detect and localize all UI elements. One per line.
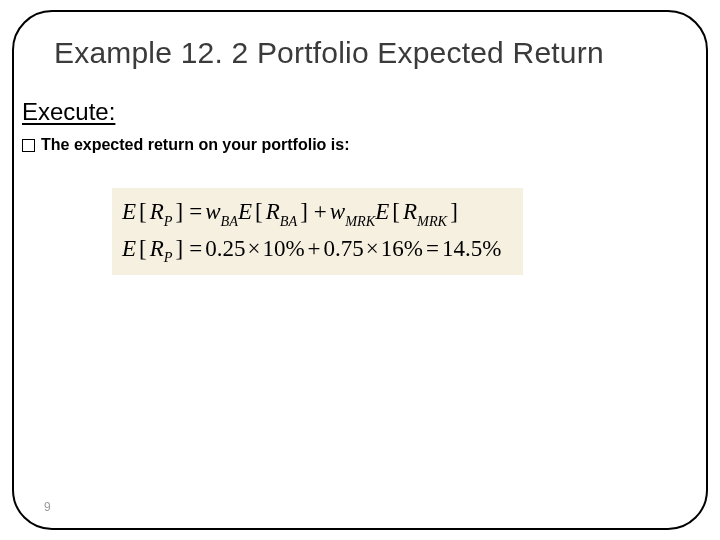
section-heading: Execute: xyxy=(22,98,688,126)
square-bullet-icon xyxy=(22,139,35,152)
expectation-symbol: E xyxy=(375,199,389,224)
slide: Example 12. 2 Portfolio Expected Return … xyxy=(0,0,720,540)
page-number: 9 xyxy=(44,500,51,514)
subscript-ba: BA xyxy=(221,213,238,229)
result-value: 14.5% xyxy=(442,236,501,261)
return-symbol: R xyxy=(150,236,164,261)
subscript-ba: BA xyxy=(280,213,297,229)
section: Execute: The expected return on your por… xyxy=(28,98,688,275)
bullet-item: The expected return on your portfolio is… xyxy=(22,136,688,154)
weight-value-2: 0.75 xyxy=(324,236,364,261)
formula-block: E[RP]=wBAE[RBA]+wMRKE[RMRK] E[RP]=0.25×1… xyxy=(112,188,523,275)
expectation-symbol: E xyxy=(238,199,252,224)
return-value-2: 16% xyxy=(381,236,423,261)
return-value-1: 10% xyxy=(262,236,304,261)
weight-symbol: w xyxy=(330,199,345,224)
formula-line-2: E[RP]=0.25×10%+0.75×16%=14.5% xyxy=(122,231,501,268)
subscript-p: P xyxy=(164,249,173,265)
slide-title: Example 12. 2 Portfolio Expected Return xyxy=(54,36,684,70)
expectation-symbol: E xyxy=(122,199,136,224)
weight-value-1: 0.25 xyxy=(205,236,245,261)
subscript-p: P xyxy=(164,213,173,229)
return-symbol: R xyxy=(150,199,164,224)
bullet-text: The expected return on your portfolio is… xyxy=(41,136,349,154)
return-symbol: R xyxy=(403,199,417,224)
expectation-symbol: E xyxy=(122,236,136,261)
formula-line-1: E[RP]=wBAE[RBA]+wMRKE[RMRK] xyxy=(122,194,501,231)
slide-frame: Example 12. 2 Portfolio Expected Return … xyxy=(12,10,708,530)
weight-symbol: w xyxy=(205,199,220,224)
subscript-mrk: MRK xyxy=(345,213,375,229)
subscript-mrk: MRK xyxy=(417,213,447,229)
return-symbol: R xyxy=(266,199,280,224)
